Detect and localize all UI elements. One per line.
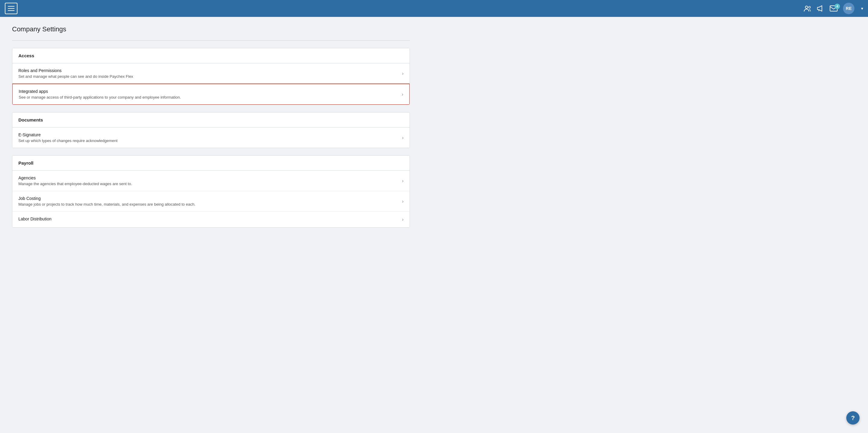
card-item-text-agencies: AgenciesManage the agencies that employe… <box>19 175 398 186</box>
chevron-right-icon-agencies: › <box>402 178 404 184</box>
chevron-right-icon-labor-distribution: › <box>402 217 404 222</box>
card-item-text-labor-distribution: Labor Distribution <box>19 216 398 223</box>
card-item-text-integrated-apps: Integrated appsSee or manage access of t… <box>19 89 398 99</box>
card-item-desc-integrated-apps: See or manage access of third-party appl… <box>19 95 398 99</box>
hamburger-line-3 <box>8 10 14 11</box>
avatar-dropdown-arrow[interactable]: ▾ <box>861 6 863 11</box>
card-item-title-e-signature: E-Signature <box>19 133 398 137</box>
card-item-title-roles-permissions: Roles and Permissions <box>19 68 398 73</box>
card-access: AccessRoles and PermissionsSet and manag… <box>12 48 410 105</box>
card-item-integrated-apps[interactable]: Integrated appsSee or manage access of t… <box>12 84 410 105</box>
mail-badge: 4 <box>835 4 840 9</box>
mail-icon[interactable]: 4 <box>830 5 838 11</box>
hamburger-line-1 <box>8 6 14 7</box>
card-item-job-costing[interactable]: Job CostingManage jobs or projects to tr… <box>12 191 410 212</box>
nav-right: 4 RE ▾ <box>804 3 863 14</box>
help-button[interactable]: ? <box>846 411 860 425</box>
card-item-agencies[interactable]: AgenciesManage the agencies that employe… <box>12 171 410 191</box>
nav-left <box>5 3 18 14</box>
card-documents: DocumentsE-SignatureSet up which types o… <box>12 112 410 148</box>
card-item-title-agencies: Agencies <box>19 175 398 180</box>
hamburger-line-2 <box>8 8 14 9</box>
sections-container: AccessRoles and PermissionsSet and manag… <box>12 48 410 228</box>
chevron-right-icon-e-signature: › <box>402 135 404 141</box>
section-header-documents: Documents <box>12 113 410 127</box>
card-item-desc-agencies: Manage the agencies that employee-deduct… <box>19 181 398 186</box>
svg-point-0 <box>805 6 808 8</box>
chevron-right-icon-roles-permissions: › <box>402 71 404 76</box>
section-header-access: Access <box>12 48 410 63</box>
megaphone-icon[interactable] <box>817 5 824 12</box>
page-divider <box>12 40 410 41</box>
card-item-title-integrated-apps: Integrated apps <box>19 89 398 94</box>
card-item-roles-permissions[interactable]: Roles and PermissionsSet and manage what… <box>12 63 410 84</box>
card-item-e-signature[interactable]: E-SignatureSet up which types of changes… <box>12 127 410 148</box>
card-item-text-e-signature: E-SignatureSet up which types of changes… <box>19 133 398 143</box>
section-header-payroll: Payroll <box>12 155 410 171</box>
hamburger-menu-button[interactable] <box>5 3 18 14</box>
card-item-text-roles-permissions: Roles and PermissionsSet and manage what… <box>19 68 398 79</box>
people-icon[interactable] <box>804 5 812 12</box>
chevron-right-icon-integrated-apps: › <box>402 92 403 97</box>
card-payroll: PayrollAgenciesManage the agencies that … <box>12 155 410 228</box>
card-item-desc-job-costing: Manage jobs or projects to track how muc… <box>19 202 398 206</box>
page-container: Company Settings AccessRoles and Permiss… <box>0 17 422 243</box>
avatar[interactable]: RE <box>843 3 855 14</box>
card-item-title-labor-distribution: Labor Distribution <box>19 216 398 221</box>
card-item-desc-roles-permissions: Set and manage what people can see and d… <box>19 74 398 79</box>
card-item-title-job-costing: Job Costing <box>19 196 398 201</box>
chevron-right-icon-job-costing: › <box>402 199 404 204</box>
card-item-desc-e-signature: Set up which types of changes require ac… <box>19 138 398 143</box>
card-item-labor-distribution[interactable]: Labor Distribution› <box>12 212 410 227</box>
page-title: Company Settings <box>12 25 410 33</box>
card-item-text-job-costing: Job CostingManage jobs or projects to tr… <box>19 196 398 206</box>
top-navigation: 4 RE ▾ <box>0 0 868 17</box>
svg-point-1 <box>809 6 810 8</box>
